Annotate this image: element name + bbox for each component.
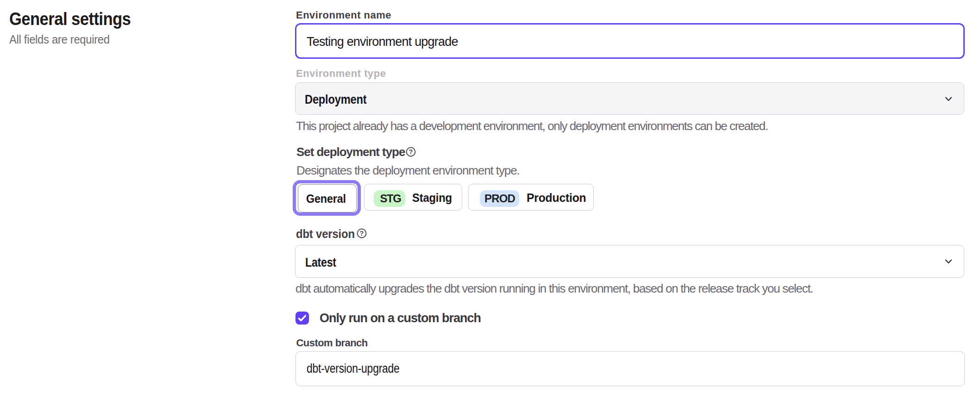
svg-text:?: ? [360, 230, 364, 237]
svg-text:?: ? [408, 148, 413, 156]
